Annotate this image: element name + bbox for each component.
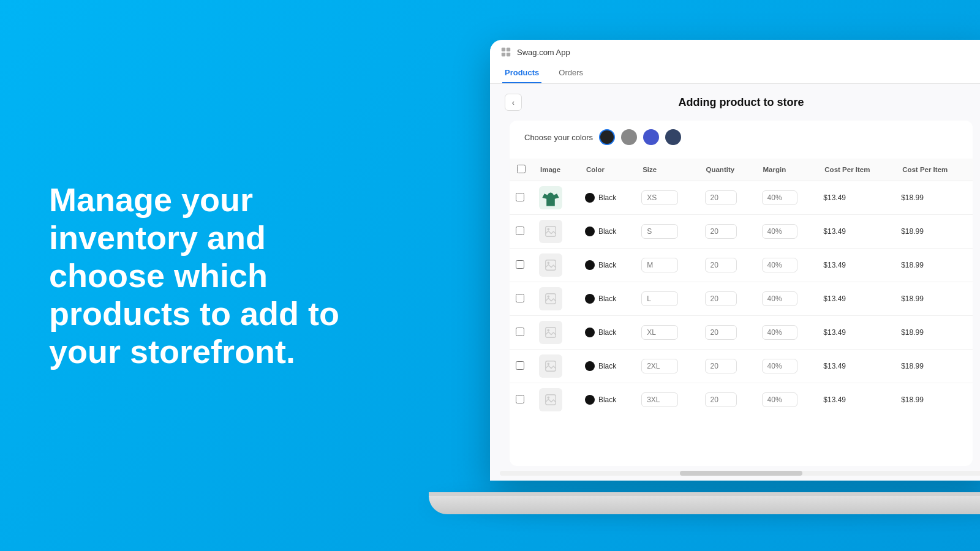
color-indicator — [585, 361, 595, 371]
product-thumbnail-placeholder — [539, 321, 562, 344]
product-thumbnail-placeholder — [539, 388, 562, 411]
cost-per-item: $13.49 — [823, 261, 846, 269]
product-table-wrap: Image Color Size Quantity Margin Cost Pe… — [510, 159, 973, 466]
table-row: Black $13.49 $18.99 — [510, 282, 973, 316]
row-checkbox-5[interactable] — [516, 361, 524, 370]
size-input[interactable] — [641, 392, 678, 407]
quantity-input[interactable] — [705, 190, 737, 205]
size-input[interactable] — [641, 190, 678, 205]
color-chooser: Choose your colors — [510, 121, 973, 159]
color-label: Black — [598, 261, 616, 269]
margin-input[interactable] — [762, 224, 797, 239]
product-thumbnail — [539, 186, 562, 209]
color-label: Black — [598, 395, 616, 404]
color-cell: Black — [585, 361, 629, 371]
color-indicator — [585, 328, 595, 337]
svg-rect-6 — [546, 260, 556, 271]
table-row: Black $13.49 $18.99 — [510, 316, 973, 350]
col-cost-per-item: Cost Per Item — [817, 159, 895, 181]
tab-products[interactable]: Products — [502, 63, 541, 83]
app-title: Swag.com App — [517, 48, 570, 57]
price-per-item: $18.99 — [901, 395, 924, 404]
price-per-item: $18.99 — [901, 362, 924, 370]
row-checkbox-1[interactable] — [516, 227, 524, 235]
svg-point-11 — [548, 329, 550, 332]
quantity-input[interactable] — [705, 291, 737, 306]
product-thumbnail-placeholder — [539, 354, 562, 378]
select-all-checkbox[interactable] — [517, 165, 526, 173]
svg-point-5 — [548, 228, 550, 231]
row-checkbox-6[interactable] — [516, 395, 524, 403]
tab-orders[interactable]: Orders — [556, 63, 586, 83]
color-swatch-black[interactable] — [599, 129, 615, 145]
color-cell: Black — [585, 328, 629, 337]
margin-input[interactable] — [762, 258, 797, 272]
color-label: Black — [598, 227, 616, 236]
headline: Manage your inventory and choose which p… — [49, 181, 343, 370]
quantity-input[interactable] — [705, 392, 737, 407]
browser-window: Swag.com App Products Orders ‹ Adding pr… — [490, 40, 980, 481]
quantity-input[interactable] — [705, 325, 737, 340]
cost-per-item: $13.49 — [823, 193, 846, 202]
row-checkbox-0[interactable] — [516, 193, 524, 201]
size-input[interactable] — [641, 258, 678, 272]
quantity-input[interactable] — [705, 359, 737, 373]
row-checkbox-4[interactable] — [516, 328, 524, 336]
svg-point-7 — [548, 262, 550, 264]
svg-rect-1 — [507, 48, 510, 51]
row-checkbox-3[interactable] — [516, 294, 524, 302]
svg-rect-3 — [507, 53, 510, 56]
margin-input[interactable] — [762, 392, 797, 407]
product-table: Image Color Size Quantity Margin Cost Pe… — [510, 159, 973, 416]
color-swatch-blue[interactable] — [643, 129, 659, 145]
quantity-input[interactable] — [705, 258, 737, 272]
color-indicator — [585, 395, 595, 405]
product-thumbnail-placeholder — [539, 287, 562, 310]
cost-per-item: $13.49 — [823, 227, 846, 236]
row-checkbox-2[interactable] — [516, 260, 524, 269]
price-per-item: $18.99 — [901, 193, 924, 202]
size-input[interactable] — [641, 291, 678, 306]
table-row: Black $13.49 $18.99 — [510, 181, 973, 215]
color-label: Black — [598, 193, 616, 202]
scrollbar-thumb[interactable] — [680, 471, 802, 476]
color-cell: Black — [585, 395, 629, 405]
cost-per-item: $13.49 — [823, 395, 846, 404]
margin-input[interactable] — [762, 325, 797, 340]
svg-rect-8 — [546, 294, 556, 304]
svg-rect-12 — [546, 361, 556, 372]
color-indicator — [585, 260, 595, 270]
color-swatch-gray[interactable] — [621, 129, 637, 145]
back-button[interactable]: ‹ — [505, 94, 522, 111]
table-row: Black $13.49 $18.99 — [510, 350, 973, 383]
color-cell: Black — [585, 294, 629, 304]
size-input[interactable] — [641, 359, 678, 373]
margin-input[interactable] — [762, 291, 797, 306]
color-indicator — [585, 294, 595, 304]
tab-bar: Products Orders — [500, 63, 980, 83]
color-indicator — [585, 193, 595, 203]
svg-point-13 — [548, 363, 550, 365]
margin-input[interactable] — [762, 359, 797, 373]
quantity-input[interactable] — [705, 224, 737, 239]
color-cell: Black — [585, 260, 629, 270]
color-cell: Black — [585, 193, 629, 203]
page-title: Adding product to store — [679, 96, 804, 109]
col-margin: Margin — [756, 159, 818, 181]
size-input[interactable] — [641, 325, 678, 340]
svg-point-9 — [548, 296, 550, 298]
size-input[interactable] — [641, 224, 678, 239]
app-icon — [500, 46, 512, 58]
col-quantity: Quantity — [699, 159, 756, 181]
color-cell: Black — [585, 227, 629, 236]
product-thumbnail-placeholder — [539, 253, 562, 277]
svg-rect-0 — [502, 48, 505, 51]
svg-rect-4 — [546, 227, 556, 237]
margin-input[interactable] — [762, 190, 797, 205]
col-color: Color — [579, 159, 635, 181]
color-swatch-navy[interactable] — [665, 129, 681, 145]
svg-point-15 — [548, 397, 550, 399]
color-indicator — [585, 227, 595, 236]
cost-per-item: $13.49 — [823, 328, 846, 337]
left-panel: Manage your inventory and choose which p… — [49, 181, 343, 370]
